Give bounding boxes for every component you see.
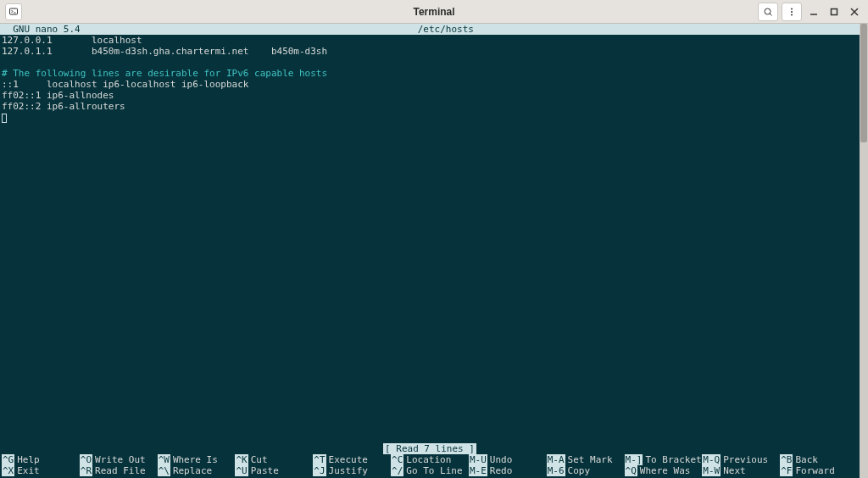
scrollbar[interactable] — [860, 24, 868, 478]
help-key: ^/ — [391, 465, 403, 476]
help-item: ^OWrite Out — [80, 454, 158, 465]
help-item: M-ERedo — [469, 465, 547, 476]
window-title: Terminal — [0, 6, 868, 18]
minimize-button[interactable] — [805, 3, 822, 20]
nano-header-right — [811, 24, 856, 35]
help-item: M-QPrevious — [702, 454, 780, 465]
app-icon — [5, 3, 22, 20]
help-label: Go To Line — [406, 465, 462, 476]
help-item: ^QWhere Was — [625, 465, 703, 476]
close-button[interactable] — [846, 3, 863, 20]
help-label: Next — [723, 465, 746, 476]
help-item: M-]To Bracket — [625, 454, 703, 465]
nano-footer: [ Read 7 lines ] ^GHelp^OWrite Out^WWher… — [0, 443, 860, 478]
nano-status-row: [ Read 7 lines ] — [0, 443, 860, 454]
help-key: ^\ — [158, 465, 170, 476]
help-key: M-6 — [547, 465, 565, 476]
search-button[interactable] — [758, 3, 778, 21]
help-label: Forward — [795, 465, 834, 476]
help-item: M-UUndo — [469, 454, 547, 465]
menu-button[interactable] — [782, 3, 802, 21]
help-key: ^C — [391, 454, 403, 465]
help-item: ^XExit — [2, 465, 80, 476]
help-label: Where Was — [640, 465, 691, 476]
svg-point-3 — [791, 11, 793, 13]
help-label: Execute — [329, 454, 368, 465]
text-cursor — [2, 114, 7, 123]
help-key: M-Q — [702, 454, 721, 465]
help-item: M-ASet Mark — [547, 454, 625, 465]
help-label: To Bracket — [645, 454, 701, 465]
file-line — [2, 57, 858, 68]
help-item: ^\Replace — [158, 465, 236, 476]
help-label: Undo — [490, 454, 513, 465]
help-key: ^G — [2, 454, 14, 465]
help-label: Redo — [490, 465, 513, 476]
svg-point-4 — [791, 14, 793, 15]
help-key: ^J — [313, 465, 326, 476]
help-key: ^F — [780, 465, 793, 476]
help-item: ^/Go To Line — [391, 465, 469, 476]
help-key: ^Q — [625, 465, 637, 476]
help-key: ^X — [2, 465, 14, 476]
help-label: Paste — [251, 465, 279, 476]
svg-rect-6 — [832, 8, 837, 14]
help-item: ^JJustify — [313, 465, 391, 476]
help-label: Replace — [173, 465, 212, 476]
nano-filename: /etc/hosts — [81, 24, 811, 35]
help-key: M-] — [625, 454, 643, 465]
help-item: ^TExecute — [313, 454, 391, 465]
help-key: ^O — [80, 454, 92, 465]
help-key: M-W — [702, 465, 721, 476]
help-item: ^WWhere Is — [158, 454, 236, 465]
nano-status: [ Read 7 lines ] — [383, 443, 476, 454]
file-line: ::1 localhost ip6-localhost ip6-loopback — [2, 79, 858, 90]
nano-header: GNU nano 5.4 /etc/hosts — [0, 24, 860, 35]
cursor-line — [2, 112, 858, 123]
window-titlebar: Terminal — [0, 0, 868, 24]
help-label: Write Out — [95, 454, 146, 465]
svg-rect-0 — [10, 8, 18, 14]
desktop: Terminal GNU nano 5.4 /etc/host — [0, 0, 868, 478]
help-item: M-WNext — [702, 465, 780, 476]
help-label: Copy — [568, 465, 591, 476]
help-key: ^U — [235, 465, 248, 476]
help-label: Cut — [251, 454, 268, 465]
svg-point-1 — [765, 8, 771, 14]
help-label: Where Is — [173, 454, 218, 465]
help-label: Back — [795, 454, 818, 465]
help-row: ^GHelp^OWrite Out^WWhere Is^KCut^TExecut… — [0, 454, 860, 465]
terminal-area[interactable]: GNU nano 5.4 /etc/hosts 127.0.0.1 localh… — [0, 24, 868, 478]
editor-body[interactable]: 127.0.0.1 localhost127.0.1.1 b450m-d3sh.… — [0, 35, 860, 123]
help-key: M-A — [547, 454, 565, 465]
help-label: Justify — [329, 465, 368, 476]
help-key: ^W — [158, 454, 170, 465]
help-item: ^FForward — [780, 465, 858, 476]
help-key: ^B — [780, 454, 793, 465]
help-item: M-6Copy — [547, 465, 625, 476]
help-item: ^KCut — [235, 454, 313, 465]
help-key: ^K — [235, 454, 248, 465]
help-label: Read File — [95, 465, 146, 476]
help-item: ^UPaste — [235, 465, 313, 476]
nano-version: GNU nano 5.4 — [2, 24, 81, 35]
help-item: ^CLocation — [391, 454, 469, 465]
svg-point-2 — [791, 8, 793, 9]
help-label: Location — [406, 454, 451, 465]
scrollbar-thumb[interactable] — [860, 24, 867, 142]
help-item: ^BBack — [780, 454, 858, 465]
file-line: 127.0.0.1 localhost — [2, 35, 858, 46]
help-label: Help — [17, 454, 40, 465]
file-line: ff02::1 ip6-allnodes — [2, 90, 858, 101]
help-label: Previous — [723, 454, 768, 465]
help-row: ^XExit^RRead File^\Replace^UPaste^JJusti… — [0, 465, 860, 476]
help-key: ^R — [80, 465, 92, 476]
help-key: M-E — [469, 465, 487, 476]
file-line: 127.0.1.1 b450m-d3sh.gha.chartermi.net b… — [2, 46, 858, 57]
help-item: ^GHelp — [2, 454, 80, 465]
help-key: ^T — [313, 454, 326, 465]
help-label: Set Mark — [568, 454, 613, 465]
help-label: Exit — [17, 465, 40, 476]
maximize-button[interactable] — [826, 3, 843, 20]
file-line: # The following lines are desirable for … — [2, 68, 858, 79]
